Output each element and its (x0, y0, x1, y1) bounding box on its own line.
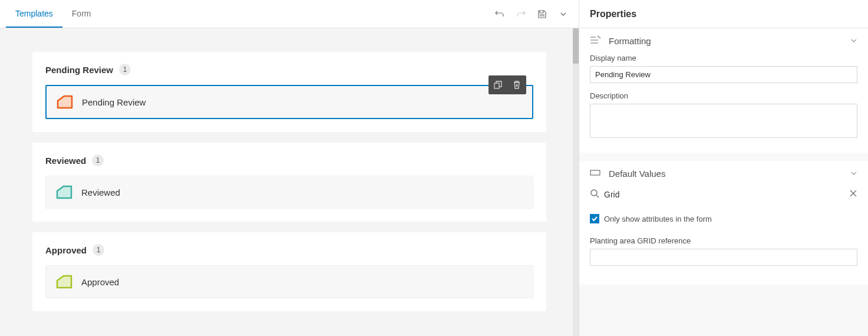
polygon-icon (55, 185, 73, 200)
group-title: Reviewed (45, 156, 86, 166)
properties-content: Formatting Display name Description (579, 28, 868, 336)
group-title: Approved (45, 245, 87, 255)
svg-rect-3 (590, 170, 600, 175)
template-group: Pending Review1Pending Review (32, 52, 546, 132)
svg-point-4 (591, 190, 597, 196)
only-show-label: Only show attributes in the form (604, 215, 712, 223)
delete-button[interactable] (509, 77, 524, 93)
save-menu-chevron[interactable] (554, 5, 573, 24)
template-label: Reviewed (81, 187, 120, 197)
grid-field-input[interactable] (590, 249, 857, 266)
top-actions (490, 5, 573, 24)
redo-button[interactable] (511, 5, 530, 24)
template-label: Approved (81, 277, 119, 287)
default-values-section: Default Values (579, 161, 868, 285)
tabs: Templates Form (6, 0, 100, 28)
template-row-toolbar (489, 75, 526, 94)
properties-panel: Properties Formatting Display name Descr… (579, 0, 868, 336)
group-header: Reviewed1 (45, 154, 533, 166)
default-values-icon (590, 168, 602, 179)
polygon-icon (56, 94, 74, 110)
default-values-title: Default Values (609, 169, 843, 179)
main-panel: Templates Form Pending Review1Pending Re… (0, 0, 579, 336)
clear-search-button[interactable] (849, 189, 857, 199)
tab-templates[interactable]: Templates (6, 0, 62, 28)
template-row[interactable]: Reviewed (45, 176, 533, 209)
display-name-label: Display name (590, 54, 857, 62)
duplicate-button[interactable] (490, 77, 506, 93)
formatting-icon (590, 35, 602, 47)
save-button[interactable] (533, 5, 552, 24)
group-header: Pending Review1 (45, 64, 533, 75)
svg-rect-0 (494, 83, 499, 88)
polygon-icon (55, 274, 73, 289)
search-icon (590, 189, 599, 200)
template-row[interactable]: Pending Review (45, 85, 533, 119)
tab-form[interactable]: Form (62, 0, 101, 28)
display-name-input[interactable] (590, 66, 857, 83)
only-show-checkbox-row[interactable]: Only show attributes in the form (590, 214, 857, 223)
formatting-section: Formatting Display name Description (579, 28, 868, 153)
default-values-body: Only show attributes in the form Plantin… (579, 186, 868, 285)
group-count-badge: 1 (93, 244, 104, 256)
attribute-search-input[interactable] (604, 190, 844, 199)
undo-button[interactable] (490, 5, 509, 24)
template-group: Approved1Approved (32, 232, 546, 311)
default-values-header[interactable]: Default Values (579, 161, 868, 186)
formatting-header[interactable]: Formatting (579, 28, 868, 54)
template-label: Pending Review (82, 97, 146, 107)
properties-title: Properties (579, 0, 868, 28)
template-row[interactable]: Approved (45, 265, 533, 298)
scrollbar-thumb[interactable] (573, 28, 579, 64)
only-show-checkbox[interactable] (590, 214, 599, 223)
chevron-down-icon (850, 37, 857, 46)
formatting-body: Display name Description (579, 54, 868, 153)
group-count-badge: 1 (119, 64, 131, 75)
top-bar: Templates Form (0, 0, 579, 28)
formatting-title: Formatting (609, 36, 843, 46)
group-title: Pending Review (45, 65, 113, 75)
description-label: Description (590, 91, 857, 100)
scrollbar-track[interactable] (573, 28, 579, 336)
template-group: Reviewed1Reviewed (32, 143, 546, 222)
grid-field-label: Planting area GRID reference (590, 236, 857, 245)
templates-canvas: Pending Review1Pending ReviewReviewed1Re… (0, 28, 579, 336)
description-input[interactable] (590, 104, 857, 138)
chevron-down-icon (850, 169, 857, 179)
attribute-search-row (590, 186, 857, 206)
group-header: Approved1 (45, 244, 533, 256)
group-count-badge: 1 (92, 154, 104, 166)
